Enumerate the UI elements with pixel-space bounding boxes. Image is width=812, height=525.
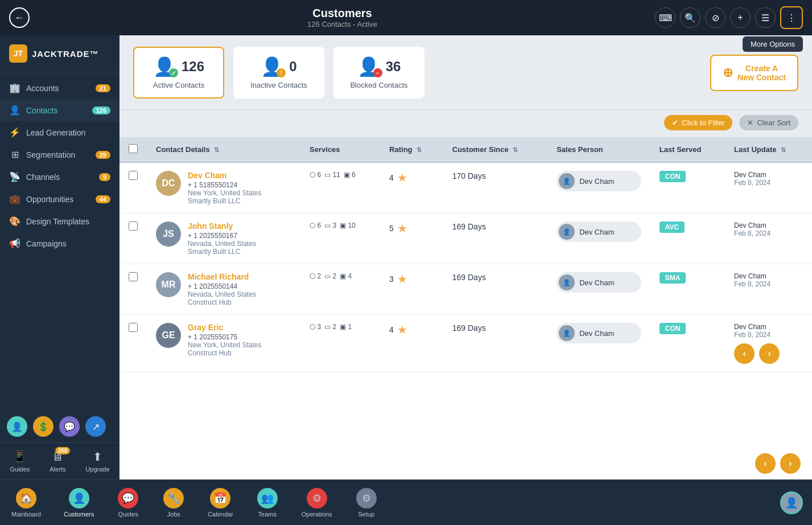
row-select-3[interactable] [129, 323, 138, 332]
update-date-2: Feb 8, 2024 [734, 280, 803, 288]
active-badge: ✓ [169, 68, 178, 77]
nav-jobs[interactable]: 🔧 Jobs [151, 483, 196, 522]
rating-num-2: 3 [389, 274, 394, 284]
sidebar-item-lead-generation[interactable]: ⚡ Lead Generation [0, 121, 119, 143]
more-options-btn[interactable]: ⋮ [780, 6, 803, 29]
add-icon-btn[interactable]: + [730, 7, 751, 28]
sidebar-item-channels[interactable]: 📡 Channels 9 [0, 166, 119, 188]
user-avatar[interactable]: 👤 [780, 491, 803, 514]
contact-name-2[interactable]: Michael Richard [188, 272, 256, 281]
top-header: ← Customers 126 Contacts - Active ⌨ 🔍 ⊘ … [0, 0, 812, 35]
last-update-cell-1: Dev Cham Feb 8, 2024 [725, 214, 812, 264]
blocked-badge: − [373, 68, 382, 77]
row-select-0[interactable] [129, 171, 138, 180]
nav-quotes[interactable]: 💬 Quotes [105, 483, 151, 522]
row-checkbox-3[interactable] [119, 315, 147, 372]
filter-icon-btn[interactable]: ⊘ [705, 7, 726, 28]
days-value-0: 170 Days [452, 171, 486, 181]
service-item2-2: ▭ 2 [324, 272, 336, 280]
sidebar-item-campaigns[interactable]: 📢 Campaigns [0, 232, 119, 255]
th-rating-label: Rating [389, 145, 412, 154]
select-all-checkbox[interactable] [129, 144, 138, 153]
table-row: GE Gray Eric + 1 2025550175 New York, Un… [119, 315, 812, 372]
nav-setup[interactable]: ⚙ Setup [344, 483, 389, 522]
prev-btn[interactable]: ‹ [734, 343, 755, 364]
days-value-2: 169 Days [452, 273, 486, 282]
sidebar-label-accounts: Accounts [26, 84, 59, 93]
sidebar-label-segmentation: Segmentation [26, 150, 75, 159]
contact-location-1: Nevada, United States [188, 240, 256, 248]
filter-checkmark-icon: ✔ [672, 118, 678, 127]
nav-teams[interactable]: 👥 Teams [245, 483, 290, 522]
next-page-btn[interactable]: › [780, 453, 801, 474]
back-button[interactable]: ← [9, 7, 30, 28]
content-area: 👤 ✓ 126 Active Contacts 👤 ! 0 Inactive C… [119, 35, 812, 479]
last-served-cell-1: AVC [650, 214, 725, 264]
sidebar-badge-channels: 9 [99, 173, 110, 181]
clear-sort-btn[interactable]: ✕ Clear Sort [739, 115, 798, 130]
create-plus-icon: ⊕ [723, 65, 733, 80]
upgrade-btn[interactable]: ⬆ Upgrade [85, 450, 109, 473]
rating-cell-2: 3 ★ [380, 264, 443, 315]
th-rating-sort-icon: ⇅ [417, 146, 422, 153]
sidebar-bottom-avatars: 👤 💲 💬 ↗ [0, 416, 119, 442]
contacts-table: Contact Details ⇅ Services Rating ⇅ Cust… [119, 137, 812, 372]
nav-customers[interactable]: 👤 Customers [52, 483, 105, 522]
person-name-0: Dev Cham [579, 177, 614, 186]
contact-phone-0: + 1 5185550124 [188, 181, 261, 189]
bottom-avatar-dollar[interactable]: 💲 [33, 416, 53, 437]
last-served-cell-2: SMA [650, 264, 725, 315]
bottom-avatar-share[interactable]: ↗ [85, 416, 106, 437]
served-badge-1: AVC [660, 222, 685, 233]
active-contacts-card[interactable]: 👤 ✓ 126 Active Contacts [133, 47, 224, 99]
row-select-2[interactable] [129, 272, 138, 281]
opportunities-icon: 💼 [9, 194, 20, 204]
contact-company-3: Construct Hub [188, 349, 261, 357]
sidebar-item-accounts[interactable]: 🏢 Accounts 21 [0, 77, 119, 99]
contact-name-0[interactable]: Dev Cham [188, 171, 261, 180]
nav-calendar[interactable]: 📅 Calendar [196, 483, 245, 522]
keyboard-icon-btn[interactable]: ⌨ [655, 7, 675, 28]
sidebar-badge-accounts: 21 [96, 84, 110, 92]
contact-location-2: Nevada, United States [188, 290, 256, 298]
next-btn[interactable]: › [759, 343, 780, 364]
search-icon-btn[interactable]: 🔍 [680, 7, 700, 28]
sidebar-item-design-templates[interactable]: 🎨 Design Templates [0, 210, 119, 232]
th-contact-details[interactable]: Contact Details ⇅ [147, 137, 300, 162]
contact-avatar-1: JS [156, 222, 181, 247]
bottom-avatar-chat[interactable]: 💬 [59, 416, 80, 437]
update-date-1: Feb 8, 2024 [734, 229, 803, 237]
salesperson-cell-3: 👤 Dev Cham [547, 315, 650, 372]
create-new-contact-button[interactable]: ⊕ Create ANew Contact [710, 55, 798, 91]
blocked-contacts-card[interactable]: 👤 − 36 Blocked Contacts [333, 47, 424, 99]
contact-name-1[interactable]: John Stanly [188, 222, 256, 231]
menu-icon-btn[interactable]: ☰ [755, 7, 776, 28]
inactive-contacts-card[interactable]: 👤 ! 0 Inactive Contacts [233, 47, 324, 99]
bottom-avatar-person[interactable]: 👤 [7, 416, 27, 437]
th-customer-since-label: Customer Since [452, 145, 509, 154]
row-checkbox-0[interactable] [119, 162, 147, 214]
guides-btn[interactable]: 📱 Guides [10, 450, 30, 473]
clear-sort-icon: ✕ [747, 118, 753, 127]
nav-operations[interactable]: ⚙ Operations [290, 483, 344, 522]
th-rating[interactable]: Rating ⇅ [380, 137, 443, 162]
th-last-update[interactable]: Last Update ⇅ [725, 137, 812, 162]
nav-mainboard[interactable]: 🏠 Mainboard [0, 483, 52, 522]
user-avatar-wrapper: 👤 [780, 491, 812, 514]
served-badge-3: CON [660, 323, 686, 334]
contact-name-3[interactable]: Gray Eric [188, 323, 261, 332]
blocked-contacts-icon: 👤 − [357, 56, 380, 77]
jobs-icon: 🔧 [163, 488, 184, 508]
nav-jobs-label: Jobs [167, 511, 180, 518]
teams-icon: 👥 [257, 488, 278, 508]
prev-page-btn[interactable]: ‹ [755, 453, 776, 474]
row-checkbox-1[interactable] [119, 214, 147, 264]
alerts-btn[interactable]: 🖥 268 Alerts [50, 450, 65, 473]
sidebar-item-segmentation[interactable]: ⊞ Segmentation 29 [0, 143, 119, 166]
sidebar-item-opportunities[interactable]: 💼 Opportunities 44 [0, 188, 119, 210]
sidebar-item-contacts[interactable]: 👤 Contacts 126 [0, 99, 119, 121]
row-checkbox-2[interactable] [119, 264, 147, 315]
click-to-filter-btn[interactable]: ✔ Click to Filter [664, 115, 732, 130]
th-customer-since[interactable]: Customer Since ⇅ [443, 137, 547, 162]
row-select-1[interactable] [129, 222, 138, 231]
